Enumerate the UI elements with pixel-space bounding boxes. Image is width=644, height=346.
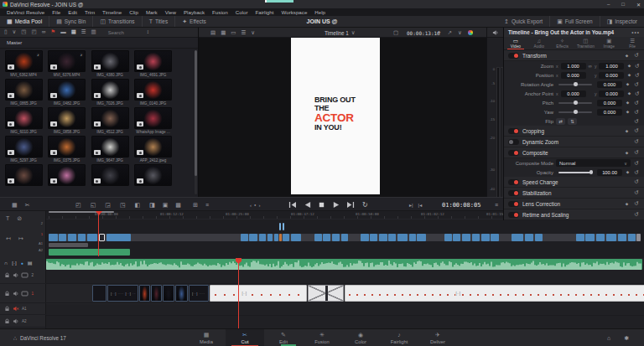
section-stabilization[interactable]: Stabilization ↺: [504, 188, 644, 199]
play-button[interactable]: [332, 201, 340, 209]
split-clip-icon[interactable]: ✂: [25, 202, 30, 209]
media-pool-clip[interactable]: IMG_0482.JPG: [47, 79, 87, 106]
media-pool-clip[interactable]: IMG_9647.JPG: [90, 136, 130, 163]
section-toggle[interactable]: [508, 212, 519, 218]
media-pool-clip[interactable]: IMG_6010.JPG: [3, 107, 44, 135]
timeline-options-icon[interactable]: ≡: [495, 198, 498, 212]
create-bin-icon[interactable]: ◰: [32, 29, 37, 35]
cross-dissolve-transition[interactable]: [308, 285, 344, 302]
media-thumbnail[interactable]: [5, 79, 43, 101]
page-cut[interactable]: ✂ Cut: [226, 329, 264, 346]
detail-playhead[interactable]: [238, 258, 239, 328]
reset-icon[interactable]: ↺: [633, 189, 640, 196]
media-pool-clip[interactable]: [47, 164, 87, 192]
title-clip[interactable]: [210, 285, 307, 302]
overview-clip[interactable]: [512, 234, 523, 241]
overview-clip[interactable]: [576, 234, 584, 241]
render-in-place-icon[interactable]: ⊞: [193, 202, 198, 209]
smart-filter-icon[interactable]: ⚑: [50, 29, 55, 35]
overview-clip[interactable]: [481, 234, 490, 241]
composite-mode-select[interactable]: Normal ∨: [556, 159, 631, 167]
tab-video[interactable]: ▭ Video: [504, 37, 527, 49]
overview-clip[interactable]: [291, 234, 301, 241]
title-tool-icon[interactable]: ▣: [163, 202, 169, 209]
menu-fusion[interactable]: Fusion: [212, 9, 228, 15]
title-clip[interactable]: [345, 285, 644, 302]
video-clip[interactable]: [175, 285, 188, 302]
track-header[interactable]: 2: [0, 267, 46, 284]
reset-icon[interactable]: ↺: [633, 52, 640, 59]
audio2-clip[interactable]: [46, 259, 642, 270]
overview-playhead[interactable]: [98, 211, 99, 256]
track-header[interactable]: 1: [0, 284, 46, 303]
speaker-icon[interactable]: [13, 306, 19, 312]
keyframe-icon[interactable]: ◆: [624, 54, 630, 58]
overview-clip[interactable]: [472, 234, 480, 241]
media-pool-button[interactable]: ▦ Media Pool: [0, 16, 49, 27]
zoom-y-field[interactable]: 1.000: [599, 63, 624, 70]
overview-clip-track2[interactable]: [279, 223, 281, 230]
reset-icon[interactable]: ↺: [634, 90, 640, 97]
jump-to-in-icon[interactable]: ▸|: [409, 202, 413, 208]
track-header[interactable]: A2: [0, 315, 46, 328]
snapping-magnet-icon[interactable]: ∩: [4, 261, 8, 266]
reset-icon[interactable]: ↺: [633, 127, 640, 134]
media-pool-clip[interactable]: IMG_0375.JPG: [47, 136, 87, 163]
media-pool-clip[interactable]: AFP_2412.jpeg: [133, 136, 174, 163]
section-composite[interactable]: Composite ◆ ↺: [504, 147, 644, 158]
overview-clip[interactable]: [267, 234, 273, 241]
shuttle-dot-icon[interactable]: ●: [254, 203, 256, 207]
titles-button[interactable]: T Titles: [142, 16, 175, 27]
media-pool-clip[interactable]: ♪ MVI_6362.MP4: [3, 50, 44, 78]
viewer-source-icon[interactable]: ▤: [210, 30, 216, 36]
overview-clip[interactable]: [628, 234, 636, 241]
overview-clip[interactable]: [361, 234, 369, 241]
media-pool-clip[interactable]: [3, 164, 44, 192]
page-fusion[interactable]: ✳ Fusion: [303, 329, 341, 346]
anchor-x-field[interactable]: 0.000: [561, 90, 586, 97]
media-pool-clip[interactable]: IMG_4691.JPG: [133, 50, 174, 78]
full-screen-button[interactable]: ▣ Full Screen: [549, 16, 600, 27]
go-to-last-frame-button[interactable]: [346, 201, 356, 209]
menu-mark[interactable]: Mark: [146, 9, 158, 15]
overview-clip[interactable]: [106, 234, 131, 241]
jump-to-out-icon[interactable]: |◂: [418, 202, 423, 208]
keyframe-icon[interactable]: ◆: [625, 82, 631, 86]
link-icon[interactable]: ∞: [589, 64, 592, 69]
overview-clip[interactable]: [462, 234, 470, 241]
media-pool-clip[interactable]: IMG_0140.JPG: [133, 79, 174, 106]
media-thumbnail[interactable]: [48, 107, 86, 129]
media-pool-clip[interactable]: IMG_4512.JPG: [90, 107, 130, 135]
media-thumbnail[interactable]: [134, 107, 172, 129]
media-thumbnail[interactable]: [91, 79, 129, 101]
settings-icon[interactable]: ✱: [624, 335, 629, 342]
overview-clip[interactable]: [332, 234, 340, 241]
tab-image[interactable]: ▣ Image: [597, 37, 621, 49]
clip-info-icon[interactable]: ▤: [28, 260, 33, 266]
menu-clip[interactable]: Clip: [129, 9, 138, 15]
tab-file[interactable]: ☰ File: [621, 37, 644, 49]
sort-icon[interactable]: ↕: [147, 29, 149, 35]
media-thumbnail[interactable]: [134, 164, 172, 186]
metadata-view-icon[interactable]: ▥: [91, 29, 96, 35]
composite-toggle[interactable]: [508, 150, 519, 156]
media-thumbnail[interactable]: [91, 136, 129, 158]
menu-playback[interactable]: Playback: [184, 9, 205, 15]
overview-clip[interactable]: [409, 234, 416, 241]
effect-tool-icon[interactable]: ▩: [175, 202, 181, 209]
overview-clip[interactable]: [417, 234, 426, 241]
video-track-icon[interactable]: [21, 291, 29, 297]
overview-clip[interactable]: [491, 234, 499, 241]
customize-toolbar-icon[interactable]: ≡: [205, 202, 209, 208]
ripple-trim-left-icon[interactable]: ↤: [6, 235, 11, 242]
media-thumbnail[interactable]: [91, 107, 129, 129]
media-thumbnail[interactable]: ♪: [48, 50, 86, 72]
import-media-icon[interactable]: ◳: [21, 29, 26, 35]
speaker-icon[interactable]: [13, 291, 19, 297]
overview-clip[interactable]: [78, 234, 86, 241]
position-y-field[interactable]: 0.000: [599, 72, 624, 79]
section-transform[interactable]: Transform ◆ ↺: [504, 50, 644, 61]
media-thumbnail[interactable]: [134, 50, 172, 72]
video-track-icon[interactable]: [21, 272, 29, 278]
overview-audio1-clip[interactable]: [49, 243, 88, 247]
